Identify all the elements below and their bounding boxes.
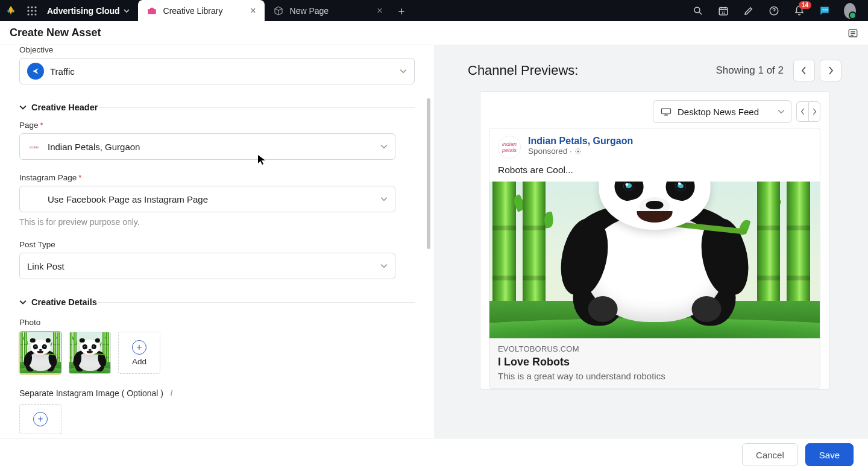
chevron-down-icon (400, 68, 407, 75)
svg-text:indian: indian (30, 145, 40, 149)
notifications-icon[interactable]: 14 (793, 5, 805, 17)
page-value: Indian Petals, Gurgaon (48, 142, 140, 152)
svg-point-4 (31, 10, 33, 11)
tab-new-page[interactable]: New Page × (265, 0, 391, 21)
post-headline: I Love Robots (498, 356, 811, 368)
section-title: Creative Header (31, 103, 98, 112)
svg-rect-9 (148, 9, 156, 14)
svg-point-8 (34, 13, 36, 15)
svg-point-17 (826, 9, 828, 10)
workspace: Objective Traffic Creative Header Page* … (0, 45, 868, 438)
post-type-value: Link Post (27, 261, 64, 271)
objective-select[interactable]: Traffic (19, 58, 415, 84)
scrollbar[interactable] (427, 98, 430, 249)
next-device-button[interactable] (808, 101, 820, 122)
svg-point-2 (34, 6, 36, 8)
workspace-selector[interactable]: Advertising Cloud (42, 6, 138, 16)
chevron-down-icon (380, 262, 388, 270)
page-field-label: Page* (19, 121, 415, 130)
plus-icon: + (33, 412, 48, 426)
top-bar: Advertising Cloud Creative Library × New… (0, 0, 868, 21)
app-logo[interactable] (0, 0, 21, 21)
apps-grid-icon[interactable] (21, 0, 42, 21)
preview-header: Channel Previews: Showing 1 of 2 (468, 60, 841, 81)
chat-icon[interactable] (819, 5, 831, 17)
device-select[interactable]: Desktop News Feed (653, 100, 791, 123)
tab-label: Creative Library (163, 6, 223, 16)
photo-thumb-1[interactable] (19, 332, 61, 374)
instagram-page-value: Use Facebook Page as Instagram Page (48, 194, 208, 204)
photo-thumb-2[interactable] (69, 332, 111, 374)
svg-point-5 (34, 10, 36, 11)
edit-icon[interactable] (743, 5, 755, 17)
page-select[interactable]: indian Indian Petals, Gurgaon (19, 133, 395, 160)
post-type-label: Post Type (19, 240, 415, 249)
instagram-page-label: Instagram Page* (19, 173, 415, 182)
section-title: Creative Details (31, 297, 97, 307)
section-creative-details[interactable]: Creative Details (19, 297, 415, 307)
post-body-text: Robots are Cool... (489, 163, 820, 182)
svg-text:13: 13 (722, 10, 726, 14)
preview-title: Channel Previews: (468, 63, 578, 78)
search-icon[interactable] (692, 5, 704, 17)
svg-rect-10 (150, 7, 154, 9)
info-icon[interactable]: i (167, 389, 176, 398)
objective-value: Traffic (50, 66, 75, 77)
svg-point-3 (27, 10, 29, 11)
tab-creative-library[interactable]: Creative Library × (138, 0, 265, 21)
post-page-name: Indian Petals, Gurgaon (528, 136, 633, 147)
close-icon[interactable]: × (377, 5, 382, 16)
preview-panel: Channel Previews: Showing 1 of 2 Desktop… (434, 45, 868, 438)
instagram-page-select[interactable]: Use Facebook Page as Instagram Page (19, 186, 395, 212)
notification-badge: 14 (799, 1, 811, 9)
close-icon[interactable]: × (250, 5, 256, 16)
tab-label: New Page (290, 6, 329, 16)
add-instagram-image-button[interactable]: + (19, 404, 61, 434)
post-sponsored-label: Sponsored · (528, 147, 633, 156)
svg-point-11 (694, 7, 700, 13)
svg-point-6 (27, 13, 29, 15)
chevron-down-icon (124, 8, 130, 14)
traffic-icon (27, 63, 44, 80)
preview-inner-nav (796, 101, 820, 122)
post-link-caption: EVOLTOBORUS.COM I Love Robots This is a … (489, 338, 820, 388)
panel-toggle-icon[interactable] (848, 28, 858, 39)
desktop-icon (661, 107, 671, 116)
post-image (489, 182, 820, 338)
post-type-select[interactable]: Link Post (19, 253, 395, 279)
add-label: Add (132, 357, 146, 366)
svg-point-0 (27, 6, 29, 8)
svg-point-15 (822, 9, 823, 10)
page-header: Create New Asset (0, 21, 868, 45)
preview-card: Desktop News Feed indianpetals Indian Pe… (480, 91, 829, 390)
svg-point-16 (825, 9, 826, 10)
cube-icon (273, 5, 284, 16)
next-channel-button[interactable] (820, 60, 841, 81)
svg-point-7 (31, 13, 33, 15)
add-photo-button[interactable]: + Add (118, 332, 160, 374)
chevron-down-icon (380, 195, 388, 203)
footer-bar: Cancel Save (0, 438, 868, 471)
svg-point-1 (31, 6, 33, 8)
device-value: Desktop News Feed (678, 107, 759, 117)
page-logo-icon: indian (27, 142, 42, 151)
workspace-name: Advertising Cloud (47, 6, 120, 16)
user-avatar[interactable] (844, 5, 856, 17)
gear-icon (574, 148, 582, 155)
calendar-icon[interactable]: 13 (717, 5, 729, 17)
fb-post-preview: indianpetals Indian Petals, Gurgaon Spon… (489, 128, 820, 389)
form-panel: Objective Traffic Creative Header Page* … (0, 45, 434, 438)
chevron-down-icon (778, 108, 785, 115)
cancel-button[interactable]: Cancel (742, 443, 798, 466)
preview-counter: Showing 1 of 2 (716, 65, 784, 77)
section-creative-header[interactable]: Creative Header (19, 103, 415, 112)
help-icon[interactable] (768, 5, 780, 17)
new-tab-button[interactable]: ＋ (391, 0, 412, 21)
prev-device-button[interactable] (796, 101, 808, 122)
save-button[interactable]: Save (805, 443, 854, 466)
svg-rect-20 (662, 109, 671, 114)
chevron-down-icon (19, 299, 27, 306)
top-actions: 13 14 (680, 5, 868, 17)
prev-channel-button[interactable] (793, 60, 815, 81)
photo-thumbnails: + Add (19, 332, 415, 374)
